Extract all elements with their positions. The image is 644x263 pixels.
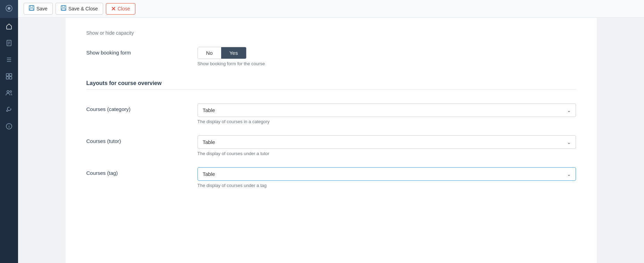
save-close-label: Save & Close <box>68 6 98 11</box>
courses-tag-hint: The display of courses under a tag <box>198 183 576 188</box>
show-booking-form-hint: Show booking form for the course <box>198 61 576 66</box>
show-booking-form-control: No Yes Show booking form for the course <box>198 47 576 66</box>
save-close-icon <box>61 5 66 12</box>
courses-tag-select-wrapper: Table Grid List ⌄ <box>198 167 576 181</box>
courses-category-label: Courses (category) <box>86 103 198 112</box>
courses-tag-row: Courses (tag) Table Grid List ⌄ The disp… <box>86 162 576 194</box>
sidebar-item-users[interactable] <box>0 85 18 101</box>
courses-tutor-label: Courses (tutor) <box>86 135 198 144</box>
courses-category-row: Courses (category) Table Grid List ⌄ The… <box>86 98 576 130</box>
logo-icon <box>5 5 13 14</box>
sidebar-logo[interactable] <box>0 0 18 18</box>
close-icon: ✕ <box>111 6 116 12</box>
show-booking-form-row: Show booking form No Yes Show booking fo… <box>86 41 576 72</box>
courses-category-select-wrapper: Table Grid List ⌄ <box>198 103 576 117</box>
courses-tag-select[interactable]: Table Grid List <box>198 167 576 181</box>
svg-point-1 <box>8 7 10 10</box>
layouts-heading: Layouts for course overview <box>86 72 576 89</box>
close-button[interactable]: ✕ Close <box>106 3 135 15</box>
booking-form-no-button[interactable]: No <box>198 47 221 59</box>
save-icon <box>29 5 34 12</box>
sidebar-item-plugins[interactable] <box>0 68 18 85</box>
courses-category-hint: The display of courses in a category <box>198 119 576 124</box>
sidebar-item-info[interactable] <box>0 118 18 135</box>
svg-rect-23 <box>62 8 65 10</box>
page-panel: Show or hide capacity Show booking form … <box>66 18 597 263</box>
svg-point-14 <box>10 91 12 93</box>
main-area: Save Save & Close ✕ Close Show or hide c… <box>18 0 644 263</box>
sidebar-item-list[interactable] <box>0 51 18 68</box>
svg-rect-12 <box>9 77 12 79</box>
svg-point-17 <box>9 125 9 126</box>
show-booking-form-label: Show booking form <box>86 47 198 56</box>
sidebar-item-tools[interactable] <box>0 101 18 118</box>
save-button[interactable]: Save <box>24 3 53 15</box>
booking-form-yes-button[interactable]: Yes <box>221 47 246 59</box>
courses-category-control: Table Grid List ⌄ The display of courses… <box>198 103 576 124</box>
toolbar: Save Save & Close ✕ Close <box>18 0 644 18</box>
sidebar-item-files[interactable] <box>0 35 18 51</box>
save-close-button[interactable]: Save & Close <box>56 3 103 15</box>
save-label: Save <box>36 6 48 11</box>
svg-point-13 <box>7 91 9 93</box>
courses-tag-control: Table Grid List ⌄ The display of courses… <box>198 167 576 188</box>
courses-tutor-select[interactable]: Table Grid List <box>198 135 576 149</box>
svg-rect-22 <box>62 6 65 7</box>
svg-rect-9 <box>6 74 9 76</box>
sidebar <box>0 0 18 263</box>
svg-rect-11 <box>6 77 9 79</box>
section-divider <box>86 89 576 90</box>
courses-tutor-control: Table Grid List ⌄ The display of courses… <box>198 135 576 156</box>
content-area: Show or hide capacity Show booking form … <box>18 18 644 263</box>
capacity-hint: Show or hide capacity <box>86 25 576 41</box>
close-label: Close <box>118 6 130 11</box>
courses-tutor-select-wrapper: Table Grid List ⌄ <box>198 135 576 149</box>
booking-form-toggle: No Yes <box>198 47 247 59</box>
courses-category-select[interactable]: Table Grid List <box>198 103 576 117</box>
sidebar-item-home[interactable] <box>0 18 18 35</box>
courses-tag-label: Courses (tag) <box>86 167 198 176</box>
svg-rect-19 <box>30 6 33 7</box>
courses-tutor-hint: The display of courses under a tutor <box>198 151 576 156</box>
form-section: Show or hide capacity Show booking form … <box>66 18 597 201</box>
courses-tutor-row: Courses (tutor) Table Grid List ⌄ The di… <box>86 130 576 162</box>
svg-rect-10 <box>9 74 12 76</box>
svg-rect-20 <box>30 8 33 10</box>
